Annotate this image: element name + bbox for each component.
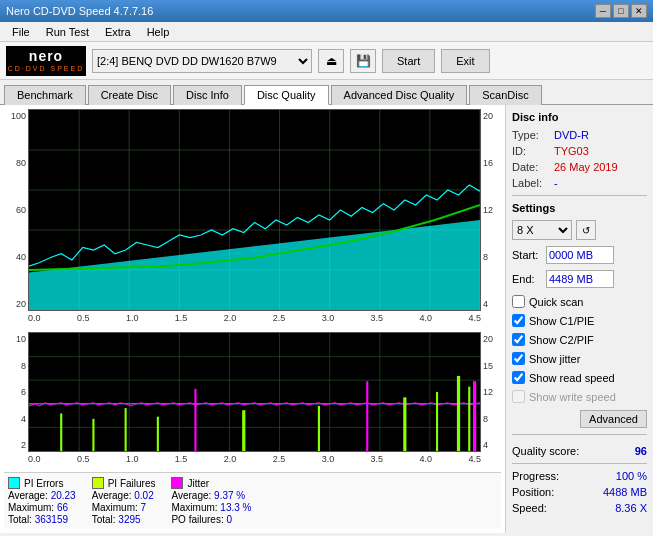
tab-advanced-disc-quality[interactable]: Advanced Disc Quality (331, 85, 468, 105)
end-input[interactable] (546, 270, 614, 288)
disc-type-row: Type: DVD-R (512, 129, 647, 141)
title-bar-text: Nero CD-DVD Speed 4.7.7.16 (6, 5, 595, 17)
quality-score-row: Quality score: 96 (512, 445, 647, 457)
maximize-button[interactable]: □ (613, 4, 629, 18)
svg-marker-13 (29, 220, 480, 310)
start-field-row: Start: (512, 246, 647, 264)
main-content: 100 80 60 40 20 20 16 12 8 4 (0, 105, 653, 533)
disc-info-title: Disc info (512, 111, 647, 123)
divider-2 (512, 434, 647, 435)
settings-title: Settings (512, 202, 647, 214)
show-write-speed-checkbox[interactable] (512, 390, 525, 403)
refresh-icon-button[interactable]: ↺ (576, 220, 596, 240)
disc-label-row: Label: - (512, 177, 647, 189)
divider-3 (512, 463, 647, 464)
close-button[interactable]: ✕ (631, 4, 647, 18)
title-bar-buttons: ─ □ ✕ (595, 4, 647, 18)
stat-jitter: Jitter Average: 9.37 % Maximum: 13.3 % P… (171, 477, 251, 525)
menu-extra[interactable]: Extra (97, 24, 139, 40)
show-jitter-row: Show jitter (512, 352, 647, 365)
pi-failures-color (92, 477, 104, 489)
disc-date-row: Date: 26 May 2019 (512, 161, 647, 173)
end-field-row: End: (512, 270, 647, 288)
advanced-button[interactable]: Advanced (580, 410, 647, 428)
divider-1 (512, 195, 647, 196)
show-jitter-checkbox[interactable] (512, 352, 525, 365)
quick-scan-row: Quick scan (512, 295, 647, 308)
progress-row: Progress: 100 % (512, 470, 647, 482)
lower-chart (28, 332, 481, 452)
jitter-color (171, 477, 183, 489)
show-read-speed-checkbox[interactable] (512, 371, 525, 384)
chart-area: 100 80 60 40 20 20 16 12 8 4 (0, 105, 505, 533)
toolbar: nero CD·DVD SPEED [2:4] BENQ DVD DD DW16… (0, 42, 653, 80)
disc-id-row: ID: TYG03 (512, 145, 647, 157)
upper-chart-y-right: 20 16 12 8 4 (481, 109, 501, 311)
stat-pi-errors: PI Errors Average: 20.23 Maximum: 66 Tot… (8, 477, 76, 525)
menu-bar: File Run Test Extra Help (0, 22, 653, 42)
right-panel: Disc info Type: DVD-R ID: TYG03 Date: 26… (505, 105, 653, 533)
lower-chart-wrapper: 10 8 6 4 2 20 15 12 8 4 (4, 332, 501, 470)
upper-chart-svg (29, 110, 480, 310)
drive-select[interactable]: [2:4] BENQ DVD DD DW1620 B7W9 (92, 49, 312, 73)
nero-logo: nero CD·DVD SPEED (6, 46, 86, 76)
exit-button[interactable]: Exit (441, 49, 489, 73)
upper-chart-wrapper: 100 80 60 40 20 20 16 12 8 4 (4, 109, 501, 329)
show-c1-row: Show C1/PIE (512, 314, 647, 327)
lower-chart-y-left: 10 8 6 4 2 (4, 332, 28, 452)
title-bar: Nero CD-DVD Speed 4.7.7.16 ─ □ ✕ (0, 0, 653, 22)
upper-chart-y-left: 100 80 60 40 20 (4, 109, 28, 311)
speed-setting-row: 8 X Max 4 X ↺ (512, 220, 647, 240)
menu-help[interactable]: Help (139, 24, 178, 40)
tab-disc-info[interactable]: Disc Info (173, 85, 242, 105)
speed-select[interactable]: 8 X Max 4 X (512, 220, 572, 240)
tab-create-disc[interactable]: Create Disc (88, 85, 171, 105)
upper-chart-x-axis: 0.0 0.5 1.0 1.5 2.0 2.5 3.0 3.5 4.0 4.5 (28, 311, 481, 329)
show-c2-row: Show C2/PIF (512, 333, 647, 346)
tab-scan-disc[interactable]: ScanDisc (469, 85, 541, 105)
tab-benchmark[interactable]: Benchmark (4, 85, 86, 105)
show-read-speed-row: Show read speed (512, 371, 647, 384)
speed-row: Speed: 8.36 X (512, 502, 647, 514)
position-row: Position: 4488 MB (512, 486, 647, 498)
pi-errors-color (8, 477, 20, 489)
upper-chart (28, 109, 481, 311)
show-c1-checkbox[interactable] (512, 314, 525, 327)
menu-run-test[interactable]: Run Test (38, 24, 97, 40)
save-icon-button[interactable]: 💾 (350, 49, 376, 73)
tabs-bar: Benchmark Create Disc Disc Info Disc Qua… (0, 80, 653, 105)
start-button[interactable]: Start (382, 49, 435, 73)
lower-chart-x-axis: 0.0 0.5 1.0 1.5 2.0 2.5 3.0 3.5 4.0 4.5 (28, 452, 481, 470)
show-c2-checkbox[interactable] (512, 333, 525, 346)
menu-file[interactable]: File (4, 24, 38, 40)
minimize-button[interactable]: ─ (595, 4, 611, 18)
quick-scan-checkbox[interactable] (512, 295, 525, 308)
eject-icon-button[interactable]: ⏏ (318, 49, 344, 73)
tab-disc-quality[interactable]: Disc Quality (244, 85, 329, 105)
lower-chart-y-right: 20 15 12 8 4 (481, 332, 501, 452)
stats-bar: PI Errors Average: 20.23 Maximum: 66 Tot… (4, 472, 501, 529)
lower-chart-svg (29, 333, 480, 451)
start-input[interactable] (546, 246, 614, 264)
show-write-speed-row: Show write speed (512, 390, 647, 403)
stat-pi-failures: PI Failures Average: 0.02 Maximum: 7 Tot… (92, 477, 156, 525)
